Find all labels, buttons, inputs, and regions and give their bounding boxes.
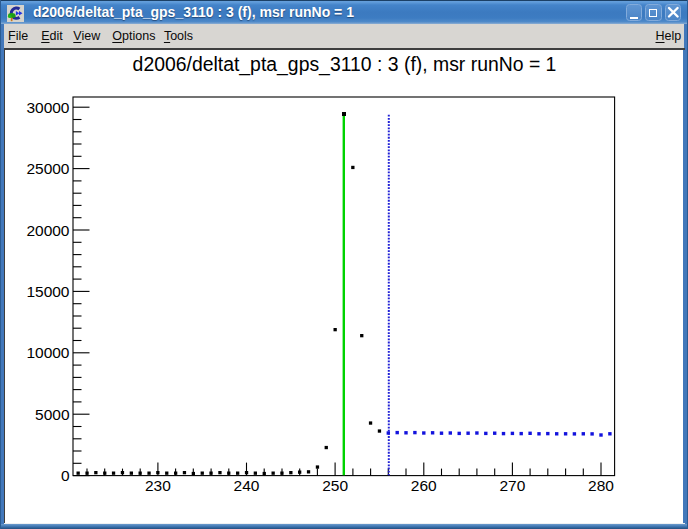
svg-text:10000: 10000	[26, 344, 69, 361]
svg-text:5000: 5000	[35, 406, 70, 423]
svg-text:0: 0	[61, 467, 70, 484]
svg-text:25000: 25000	[26, 160, 69, 177]
svg-text:d2006/deltat_pta_gps_3110 : 3: d2006/deltat_pta_gps_3110 : 3 (f), msr r…	[133, 53, 557, 76]
svg-text:250: 250	[322, 477, 348, 494]
svg-text:260: 260	[411, 477, 437, 494]
svg-text:240: 240	[234, 477, 260, 494]
svg-text:30000: 30000	[26, 99, 69, 116]
svg-text:270: 270	[499, 477, 525, 494]
svg-text:280: 280	[588, 477, 614, 494]
svg-text:20000: 20000	[26, 222, 69, 239]
svg-text:15000: 15000	[26, 283, 69, 300]
svg-text:230: 230	[145, 477, 171, 494]
